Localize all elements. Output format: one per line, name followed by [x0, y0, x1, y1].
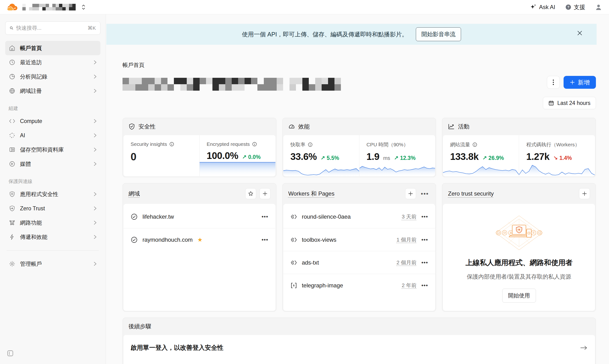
account-name-redacted[interactable]	[22, 4, 76, 11]
info-icon[interactable]	[472, 142, 477, 147]
chevron-right-icon	[93, 118, 97, 124]
sidebar-item-storage-databases[interactable]: 儲存空間和資料庫	[5, 143, 100, 157]
worker-name[interactable]: toolbox-views	[302, 236, 336, 243]
add-domain-button[interactable]	[259, 188, 271, 199]
clock-history-icon	[9, 59, 16, 65]
play-circle-icon	[9, 161, 16, 167]
ask-ai-button[interactable]: Ask AI	[530, 4, 555, 11]
metric-label: 網站流量	[450, 141, 470, 148]
worker-updated-time: 1 個月前	[397, 236, 416, 243]
next-step-item[interactable]: 啟用單一登入，以改善登入安全性	[123, 335, 595, 360]
metric-delta: 5.5%	[327, 155, 339, 161]
worker-icon	[290, 213, 297, 220]
plus-icon	[570, 80, 575, 85]
row-kebab-icon[interactable]: •••	[261, 213, 268, 220]
worker-name[interactable]: ads-txt	[302, 259, 319, 266]
metric-value: 100.0%	[207, 150, 238, 161]
site-traffic-panel[interactable]: 網站流量 133.8k ↗ 26.9%	[443, 135, 519, 176]
chevron-right-icon	[93, 192, 97, 197]
ask-ai-label: Ask AI	[539, 4, 555, 11]
next-step-label: 啟用單一登入，以改善登入安全性	[130, 344, 223, 352]
activity-card: 活動 網站流量 133.8k ↗ 26.9%	[442, 118, 596, 177]
row-kebab-icon[interactable]: •••	[421, 236, 428, 243]
sidebar-item-network[interactable]: 網路功能	[5, 216, 100, 230]
row-kebab-icon[interactable]: •••	[261, 236, 268, 243]
encrypted-requests-panel[interactable]: Encrypted requests 100.0% ↗ 0.0%	[199, 135, 275, 176]
user-avatar-icon[interactable]	[595, 4, 602, 11]
add-zero-trust-button[interactable]	[579, 188, 590, 199]
add-button[interactable]: 新增	[564, 76, 596, 89]
workers-exec-panel[interactable]: 程式碼執行（Workers） 1.27k ↘ 1.4%	[519, 135, 595, 176]
search-input[interactable]	[16, 25, 85, 31]
sidebar-item-domain-registration[interactable]: 網域註冊	[5, 84, 100, 98]
domain-name[interactable]: lifehacker.tw	[143, 213, 174, 220]
main-content: 使用一個 API，即可上傳、儲存、編碼及傳遞即時和點播影片。 開始影音串流 帳戶…	[106, 14, 609, 364]
workers-exec-sparkline	[519, 162, 595, 176]
chevron-right-icon	[93, 161, 97, 167]
time-range-button[interactable]: Last 24 hours	[543, 97, 596, 109]
sidebar-item-compute[interactable]: Compute	[5, 114, 100, 128]
quick-search[interactable]: ⌘K	[5, 21, 100, 35]
card-title: Workers 和 Pages	[288, 190, 335, 197]
ai-sparkle-icon	[9, 132, 16, 139]
pages-icon	[290, 282, 297, 289]
sidebar-item-delivery-performance[interactable]: 傳遞和效能	[5, 230, 100, 244]
info-icon[interactable]	[308, 142, 312, 147]
trend-down-icon: ↘	[553, 155, 558, 161]
worker-row[interactable]: ads-txt 2 個月前 •••	[283, 251, 435, 274]
cpu-time-panel[interactable]: CPU 時間（90%） 1.9 ms ↗ 12.3%	[359, 135, 435, 176]
pages-name[interactable]: telegraph-image	[302, 282, 343, 289]
sidebar-item-analytics-logs[interactable]: 分析與記錄	[5, 69, 100, 84]
worker-row[interactable]: toolbox-views 1 個月前 •••	[283, 228, 435, 251]
metric-value: 1.9	[367, 151, 379, 162]
sidebar-item-media[interactable]: 媒體	[5, 157, 100, 171]
support-button[interactable]: ? 支援	[565, 3, 585, 11]
domain-row[interactable]: raymondhouch.com ★ •••	[123, 228, 275, 251]
close-icon[interactable]	[577, 30, 583, 36]
metric-label: Security insights	[130, 141, 167, 147]
sidebar-item-manage-account[interactable]: 管理帳戶	[5, 257, 100, 271]
sidebar-item-account-home[interactable]: 帳戶首頁	[5, 41, 100, 55]
trend-up-icon: ↗	[242, 154, 247, 160]
pages-row[interactable]: telegraph-image 2 年前 •••	[283, 274, 435, 297]
domain-row[interactable]: lifehacker.tw •••	[123, 205, 275, 228]
sidebar-item-ai[interactable]: AI	[5, 128, 100, 143]
sidebar-item-application-security[interactable]: 應用程式安全性	[5, 187, 100, 201]
shield-check-icon	[129, 123, 135, 130]
zero-trust-subheading: 保護內部使用者/裝置及其存取的私人資源	[467, 273, 571, 281]
row-kebab-icon[interactable]: •••	[421, 259, 428, 266]
card-title: 效能	[298, 123, 310, 130]
add-worker-button[interactable]	[405, 188, 416, 199]
cache-ratio-panel[interactable]: 快取率 33.6% ↗ 5.5%	[283, 135, 359, 176]
zero-trust-card: Zero trust security	[442, 183, 596, 312]
security-insights-panel[interactable]: Security insights 0	[123, 135, 199, 176]
svg-text:?: ?	[567, 5, 570, 9]
sidebar-item-zero-trust[interactable]: Zero Trust	[5, 201, 100, 216]
sparkle-icon	[530, 4, 537, 11]
worker-name[interactable]: round-silence-0aea	[302, 213, 351, 220]
sidebar-item-label: 網域註冊	[20, 87, 42, 95]
row-kebab-icon[interactable]: •••	[421, 213, 428, 220]
sidebar-item-label: 傳遞和效能	[20, 234, 47, 241]
info-icon[interactable]	[252, 142, 257, 146]
sidebar-item-recently-visited[interactable]: 最近造訪	[5, 55, 100, 69]
worker-row[interactable]: round-silence-0aea 3 天前 •••	[283, 205, 435, 228]
sidebar-collapse-button[interactable]	[7, 350, 14, 357]
start-stream-button[interactable]: 開始影音串流	[416, 27, 461, 41]
account-switcher-chevrons-icon[interactable]	[81, 4, 86, 10]
domain-name[interactable]: raymondhouch.com	[143, 236, 193, 243]
domains-card: 網域 lifehacker.tw	[123, 183, 276, 312]
info-icon[interactable]	[169, 142, 174, 146]
metric-delta: 0.0%	[248, 154, 260, 160]
sidebar-item-label: 分析與記錄	[20, 73, 47, 80]
favorite-filter-button[interactable]	[245, 188, 256, 199]
row-kebab-icon[interactable]: •••	[421, 282, 428, 289]
chevron-right-icon	[93, 220, 97, 225]
metric-value: 0	[130, 151, 192, 163]
get-started-button[interactable]: 開始使用	[502, 289, 536, 303]
card-kebab-icon[interactable]: •••	[419, 190, 430, 197]
banner-message: 使用一個 API，即可上傳、儲存、編碼及傳遞即時和點播影片。	[242, 30, 408, 38]
page-kebab-menu-button[interactable]	[547, 76, 560, 89]
metric-delta: 26.9%	[488, 155, 504, 161]
worker-updated-time: 2 個月前	[397, 259, 416, 266]
